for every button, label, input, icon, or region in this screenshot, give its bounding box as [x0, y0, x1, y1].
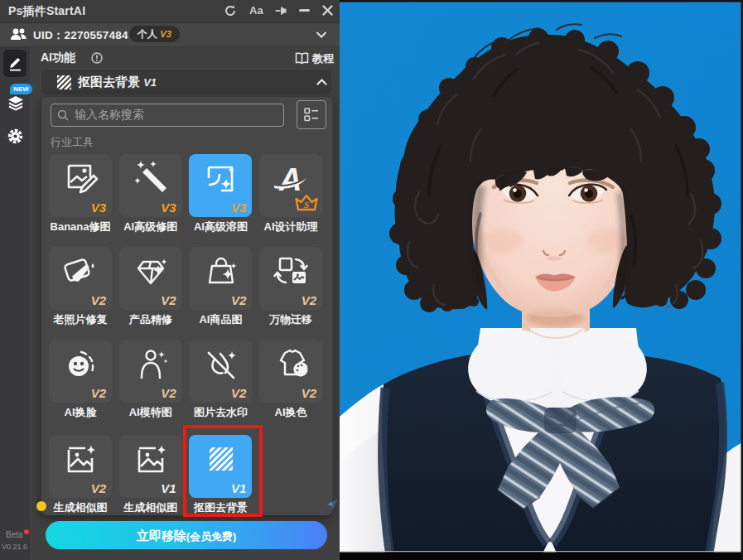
svg-text:A: A — [278, 162, 302, 197]
svg-text:S: S — [304, 200, 309, 210]
